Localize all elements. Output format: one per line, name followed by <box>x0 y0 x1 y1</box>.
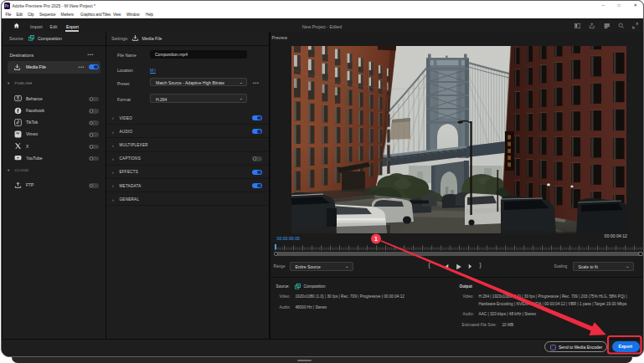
svg-text:B: B <box>16 96 18 100</box>
